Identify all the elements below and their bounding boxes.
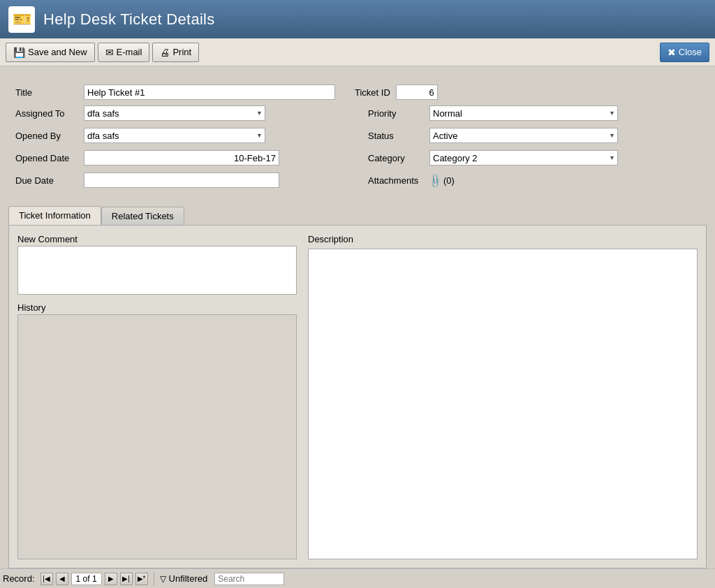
- nav-new-button[interactable]: ▶*: [135, 573, 148, 585]
- priority-label: Priority: [368, 108, 424, 119]
- opened-by-row: Opened By dfa safs: [15, 126, 347, 145]
- filter-icon: ▽: [160, 574, 166, 584]
- tab-area: Ticket Information Related Tickets New C…: [8, 206, 707, 568]
- close-icon: ✖: [668, 47, 676, 58]
- email-label: E-mail: [117, 47, 142, 57]
- tab-ticket-information-label: Ticket Information: [19, 210, 91, 221]
- assigned-to-label: Assigned To: [15, 108, 78, 119]
- priority-row: Priority Normal Low High Critical: [368, 104, 700, 122]
- form-section: Assigned To dfa safs Opened By dfa safs: [15, 104, 700, 189]
- assigned-to-select-wrapper: dfa safs: [84, 105, 265, 121]
- assigned-to-row: Assigned To dfa safs: [15, 104, 347, 122]
- new-comment-section: New Comment: [17, 234, 297, 297]
- record-position: 1 of 1: [71, 573, 102, 585]
- opened-by-label: Opened By: [15, 131, 78, 141]
- email-button[interactable]: ✉ E-mail: [98, 43, 150, 62]
- right-panel: Description: [308, 234, 698, 559]
- category-row: Category Category 1 Category 2 Category …: [368, 149, 700, 167]
- search-input[interactable]: [214, 573, 284, 585]
- paperclip-icon: 📎: [427, 172, 443, 188]
- form-left: Assigned To dfa safs Opened By dfa safs: [15, 104, 347, 189]
- category-select-wrapper: Category 1 Category 2 Category 3: [429, 150, 618, 166]
- history-box: [17, 314, 297, 559]
- due-date-input[interactable]: [84, 172, 279, 188]
- opened-date-label: Opened Date: [15, 153, 78, 163]
- status-bar: Record: |◀ ◀ 1 of 1 ▶ ▶| ▶* ▽ Unfiltered: [0, 568, 715, 588]
- app-icon: [8, 6, 35, 33]
- top-form: Title Ticket ID Assigned To dfa safs Ope…: [8, 78, 707, 199]
- status-select-wrapper: Active Closed Pending: [429, 128, 618, 143]
- print-label: Print: [172, 47, 191, 57]
- priority-select[interactable]: Normal Low High Critical: [429, 105, 618, 121]
- attachments-label: Attachments: [368, 175, 424, 186]
- tab-content: New Comment History Description: [8, 225, 707, 568]
- close-button[interactable]: ✖ Close: [660, 43, 709, 62]
- opened-date-input[interactable]: [84, 150, 279, 166]
- nav-last-button[interactable]: ▶|: [120, 573, 133, 585]
- attachments-row: Attachments 📎 (0): [368, 171, 700, 189]
- nav-first-button[interactable]: |◀: [40, 573, 53, 585]
- description-label: Description: [308, 234, 698, 244]
- tab-inner: New Comment History Description: [17, 234, 698, 559]
- form-right: Priority Normal Low High Critical Status: [368, 104, 700, 189]
- tab-ticket-information[interactable]: Ticket Information: [8, 206, 101, 225]
- title-input[interactable]: [84, 84, 335, 100]
- title-row: Title Ticket ID: [15, 84, 700, 100]
- new-comment-label: New Comment: [17, 234, 297, 244]
- tab-related-tickets[interactable]: Related Tickets: [101, 207, 184, 225]
- save-and-new-label: Save and New: [28, 47, 87, 57]
- divider-1: [154, 572, 154, 586]
- status-label: Status: [368, 131, 424, 141]
- save-icon: 💾: [13, 47, 25, 58]
- print-button[interactable]: 🖨 Print: [152, 43, 199, 62]
- attachments-count: (0): [443, 175, 455, 186]
- priority-select-wrapper: Normal Low High Critical: [429, 105, 618, 121]
- category-label: Category: [368, 153, 424, 163]
- status-row: Status Active Closed Pending: [368, 126, 700, 145]
- toolbar: 💾 Save and New ✉ E-mail 🖨 Print ✖ Close: [0, 38, 715, 66]
- new-comment-textarea[interactable]: [17, 246, 297, 295]
- due-date-label: Due Date: [15, 175, 78, 186]
- tab-related-tickets-label: Related Tickets: [112, 211, 174, 221]
- status-select[interactable]: Active Closed Pending: [429, 128, 618, 143]
- attachments-value: 📎 (0): [429, 175, 455, 186]
- opened-date-row: Opened Date: [15, 149, 347, 167]
- ticket-id-label: Ticket ID: [355, 87, 390, 98]
- nav-prev-button[interactable]: ◀: [56, 573, 68, 585]
- due-date-row: Due Date: [15, 171, 347, 189]
- tab-header: Ticket Information Related Tickets: [8, 206, 707, 225]
- left-panel: New Comment History: [17, 234, 297, 559]
- opened-by-select-wrapper: dfa safs: [84, 128, 265, 143]
- assigned-to-select[interactable]: dfa safs: [84, 105, 265, 121]
- history-section: History: [17, 302, 297, 559]
- nav-next-button[interactable]: ▶: [105, 573, 117, 585]
- opened-by-select[interactable]: dfa safs: [84, 128, 265, 143]
- main-content: Title Ticket ID Assigned To dfa safs Ope…: [0, 66, 715, 568]
- window-title: Help Desk Ticket Details: [43, 10, 215, 29]
- print-icon: 🖨: [160, 47, 170, 58]
- description-textarea[interactable]: [308, 249, 698, 559]
- email-icon: ✉: [105, 47, 114, 58]
- history-label: History: [17, 302, 297, 313]
- record-label: Record:: [3, 573, 35, 584]
- title-label: Title: [15, 87, 78, 98]
- title-bar: Help Desk Ticket Details: [0, 0, 715, 38]
- close-label: Close: [679, 47, 702, 57]
- category-select[interactable]: Category 1 Category 2 Category 3: [429, 150, 618, 166]
- ticket-id-input: [396, 84, 438, 100]
- save-and-new-button[interactable]: 💾 Save and New: [6, 43, 95, 62]
- unfiltered-label: Unfiltered: [169, 573, 208, 584]
